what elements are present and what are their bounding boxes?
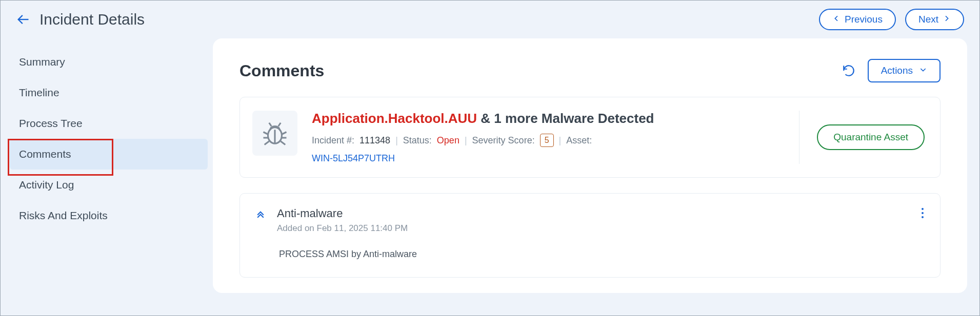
svg-line-10 <box>278 123 281 127</box>
page-title: Incident Details <box>39 11 145 28</box>
previous-label: Previous <box>845 14 883 25</box>
header-left: Incident Details <box>16 11 145 28</box>
sidebar-item-comments[interactable]: Comments <box>10 139 208 170</box>
comment-title: Anti-malware <box>277 207 408 220</box>
actions-label: Actions <box>881 65 913 76</box>
layout: Summary Timeline Process Tree Comments A… <box>1 35 979 293</box>
next-label: Next <box>918 14 938 25</box>
heading-suffix: & 1 more Malware Detected <box>477 111 654 126</box>
svg-line-7 <box>265 141 269 145</box>
severity-badge: 5 <box>540 134 554 147</box>
incident-number-label: Incident #: <box>312 135 354 146</box>
main-header-right: Actions <box>842 59 941 82</box>
svg-line-3 <box>264 132 268 135</box>
main-panel: Comments Actions <box>213 38 967 293</box>
asset-label: Asset: <box>566 135 592 146</box>
comment-card: Anti-malware Added on Feb 11, 2025 11:40… <box>239 193 941 278</box>
sidebar-item-timeline[interactable]: Timeline <box>10 77 208 108</box>
incident-heading: Application.Hacktool.AUU & 1 more Malwar… <box>312 111 789 127</box>
chevron-down-icon <box>919 65 927 76</box>
comment-body: PROCESS AMSI by Anti-malware <box>279 249 925 260</box>
malware-name: Application.Hacktool.AUU <box>312 111 477 126</box>
bug-icon <box>252 111 297 156</box>
status-value: Open <box>437 135 459 146</box>
back-arrow-icon[interactable] <box>16 12 30 27</box>
main-header: Comments Actions <box>239 59 941 82</box>
page-header: Incident Details Previous Next <box>1 1 979 35</box>
separator: | <box>465 135 467 146</box>
quarantine-button[interactable]: Quarantine Asset <box>817 124 925 150</box>
svg-line-4 <box>282 132 287 135</box>
header-right: Previous Next <box>819 9 964 30</box>
comment-headings: Anti-malware Added on Feb 11, 2025 11:40… <box>277 207 408 234</box>
quarantine-column: Quarantine Asset <box>799 111 925 164</box>
comment-subtitle: Added on Feb 11, 2025 11:40 PM <box>277 223 408 234</box>
asset-link[interactable]: WIN-5LJ54P7UTRH <box>312 153 395 164</box>
svg-point-12 <box>922 212 924 214</box>
chevron-right-icon <box>943 14 951 25</box>
svg-point-13 <box>922 216 924 218</box>
sidebar-item-risks-exploits[interactable]: Risks And Exploits <box>10 200 208 231</box>
next-button[interactable]: Next <box>905 9 964 30</box>
main-title: Comments <box>239 61 324 80</box>
sidebar-item-summary[interactable]: Summary <box>10 47 208 77</box>
chevron-left-icon <box>832 14 841 25</box>
refresh-icon[interactable] <box>842 64 855 77</box>
separator: | <box>559 135 562 146</box>
svg-line-8 <box>281 141 285 145</box>
previous-button[interactable]: Previous <box>819 9 896 30</box>
separator: | <box>395 135 398 146</box>
incident-meta: Incident #: 111348 | Status: Open | Seve… <box>312 134 789 147</box>
status-label: Status: <box>403 135 432 146</box>
kebab-icon[interactable] <box>921 207 925 221</box>
severity-label: Severity Score: <box>472 135 535 146</box>
sidebar-item-activity-log[interactable]: Activity Log <box>10 170 208 200</box>
sidebar: Summary Timeline Process Tree Comments A… <box>10 35 208 231</box>
svg-line-9 <box>269 123 272 127</box>
svg-point-11 <box>922 208 924 210</box>
collapse-icon[interactable] <box>255 209 266 219</box>
incident-card: Application.Hacktool.AUU & 1 more Malwar… <box>239 97 941 178</box>
actions-button[interactable]: Actions <box>868 59 941 82</box>
incident-number-value: 111348 <box>359 135 390 146</box>
comment-header: Anti-malware Added on Feb 11, 2025 11:40… <box>255 207 925 234</box>
sidebar-item-process-tree[interactable]: Process Tree <box>10 108 208 139</box>
incident-body: Application.Hacktool.AUU & 1 more Malwar… <box>312 111 789 164</box>
